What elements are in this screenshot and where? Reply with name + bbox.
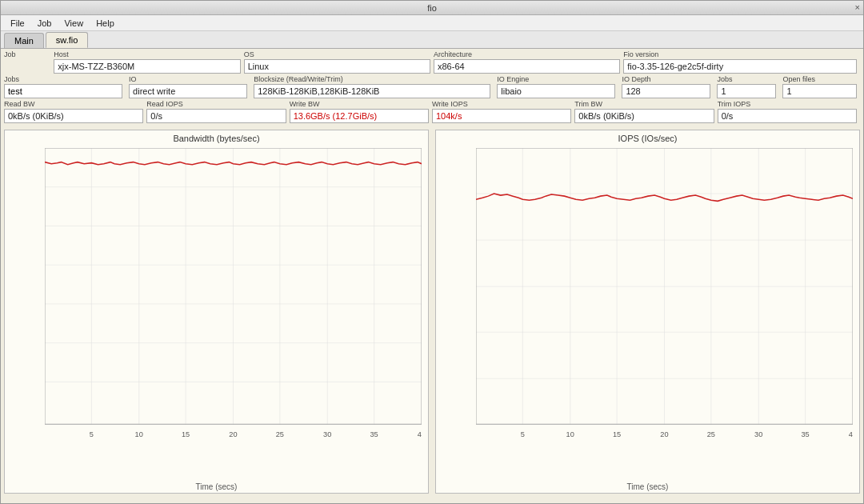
svg-text:25: 25: [707, 430, 715, 438]
bandwidth-chart: Bandwidth (bytes/sec) 14000M 12000M 1000…: [4, 130, 429, 494]
svg-text:15: 15: [613, 430, 621, 438]
trim-iops-value: 0/s: [718, 109, 857, 123]
fio-version-value: fio-3.35-126-ge2c5f-dirty: [623, 59, 857, 74]
write-bw-label: Write BW: [290, 100, 429, 108]
svg-text:30: 30: [323, 430, 331, 438]
job-value: [4, 59, 50, 74]
svg-text:15: 15: [182, 430, 190, 438]
blocksize-label: Blocksize (Read/Write/Trim): [254, 75, 490, 83]
read-iops-value: 0/s: [146, 109, 286, 123]
tab-sw-fio[interactable]: sw.fio: [46, 32, 89, 48]
tab-main[interactable]: Main: [4, 33, 44, 48]
iops-chart: IOPS (IOs/sec) 120K 100K 80K 60K 40K 20K…: [435, 130, 860, 494]
svg-text:35: 35: [801, 430, 809, 438]
svg-text:20: 20: [229, 430, 237, 438]
jobs-select[interactable]: test: [4, 84, 122, 98]
trim-iops-label: Trim IOPS: [718, 100, 857, 108]
iops-chart-title: IOPS (IOs/sec): [436, 130, 859, 145]
io-value: direct write: [129, 84, 247, 98]
iops-x-axis-label: Time (secs): [436, 482, 859, 493]
svg-text:25: 25: [276, 430, 284, 438]
trim-bw-value: 0kB/s (0KiB/s): [574, 109, 714, 123]
write-bw-value: 13.6GB/s (12.7GiB/s): [290, 109, 429, 123]
blocksize-value: 128KiB-128KiB,128KiB-128KiB: [254, 84, 490, 98]
io-depth-label: IO Depth: [622, 75, 710, 83]
close-button[interactable]: ×: [855, 2, 860, 12]
svg-text:5: 5: [90, 430, 94, 438]
trim-bw-label: Trim BW: [574, 100, 714, 108]
jobs-count-value: 1: [717, 84, 776, 98]
bandwidth-chart-title: Bandwidth (bytes/sec): [5, 130, 428, 145]
tab-bar: Main sw.fio: [1, 31, 863, 49]
bandwidth-svg: 14000M 12000M 10000M 8000M 6000M 4000M 2…: [45, 148, 422, 463]
host-value: xjx-MS-TZZ-B360M: [54, 59, 240, 74]
read-bw-label: Read BW: [4, 100, 143, 108]
svg-text:10: 10: [566, 430, 574, 438]
svg-text:20: 20: [660, 430, 668, 438]
iops-chart-area: 120K 100K 80K 60K 40K 20K 0 5 10 15: [436, 145, 859, 482]
menu-file[interactable]: File: [4, 17, 31, 30]
charts-container: Bandwidth (bytes/sec) 14000M 12000M 1000…: [1, 126, 863, 497]
menu-bar: File Job View Help: [1, 15, 863, 31]
svg-text:10: 10: [135, 430, 143, 438]
svg-text:35: 35: [370, 430, 378, 438]
read-iops-label: Read IOPS: [146, 100, 286, 108]
io-depth-value: 128: [622, 84, 710, 98]
host-label: Host: [54, 50, 240, 58]
arch-label: Architecture: [434, 50, 620, 58]
menu-help[interactable]: Help: [90, 17, 121, 30]
write-iops-value: 104k/s: [432, 109, 571, 123]
open-files-value: 1: [782, 84, 857, 98]
iops-svg: 120K 100K 80K 60K 40K 20K 0 5 10 15: [476, 148, 853, 463]
write-iops-label: Write IOPS: [432, 100, 571, 108]
open-files-label: Open files: [782, 75, 857, 83]
arch-value: x86-64: [434, 59, 620, 74]
svg-text:5: 5: [521, 430, 525, 438]
menu-job[interactable]: Job: [31, 17, 58, 30]
info-section: Job Host xjx-MS-TZZ-B360M OS Linux Archi…: [1, 49, 863, 126]
job-label: Job: [4, 50, 50, 58]
bandwidth-chart-area: 14000M 12000M 10000M 8000M 6000M 4000M 2…: [5, 145, 428, 482]
menu-view[interactable]: View: [58, 17, 90, 30]
app-title: fio: [427, 3, 437, 13]
io-label: IO: [129, 75, 247, 83]
title-bar: fio ×: [1, 1, 863, 15]
jobs-count-label: Jobs: [717, 75, 776, 83]
bandwidth-x-axis-label: Time (secs): [5, 482, 428, 493]
svg-text:40: 40: [849, 430, 853, 438]
jobs-label: Jobs: [4, 75, 122, 83]
io-engine-label: IO Engine: [497, 75, 615, 83]
svg-text:30: 30: [754, 430, 762, 438]
fio-version-label: Fio version: [623, 50, 857, 58]
os-label: OS: [244, 50, 430, 58]
io-engine-value: libaio: [497, 84, 615, 98]
os-value: Linux: [244, 59, 430, 74]
svg-text:40: 40: [418, 430, 422, 438]
read-bw-value: 0kB/s (0KiB/s): [4, 109, 143, 123]
